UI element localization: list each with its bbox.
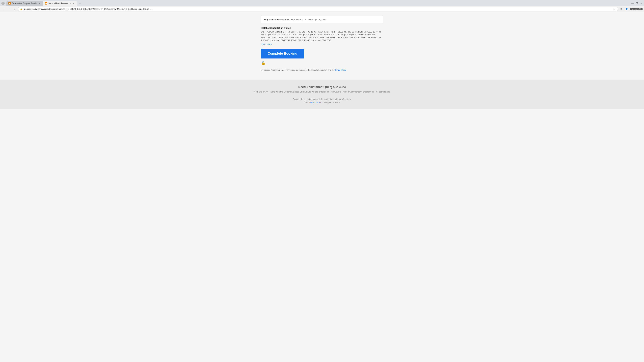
terms-period: .: [347, 69, 348, 71]
address-bar-row: ← → ↻ 🔒 groups.expedia.com/Accept/CheckO…: [0, 6, 644, 12]
stay-dates-end: Mon, Apr 01, 2024: [308, 18, 326, 21]
policy-text: CXL: PENALTY AMOUNT 147.64 Cancel by 202…: [261, 31, 383, 42]
bookmark-icon[interactable]: ☆: [612, 7, 616, 11]
forward-button[interactable]: →: [7, 7, 12, 11]
tabs-row: Reservation Request Details ✕ Secure Hot…: [6, 1, 630, 6]
new-tab-button[interactable]: +: [78, 1, 82, 6]
stay-dates-box: Stay dates look correct? Sun, Mar 03 → M…: [261, 15, 383, 23]
window-controls: — ❐ ✕: [631, 2, 643, 5]
expedia-link[interactable]: Expedia, Inc.: [310, 101, 322, 104]
lock-icon-address: 🔒: [20, 8, 23, 10]
address-input-container[interactable]: 🔒 groups.expedia.com/Accept/CheckOut.htm…: [18, 7, 618, 11]
nav-controls: ← → ↻: [1, 7, 17, 11]
tab1-title: Reservation Request Details: [12, 2, 37, 4]
terms-text-paragraph: By clicking "Complete Booking" you agree…: [261, 68, 383, 72]
svg-rect-1: [9, 3, 10, 3]
back-button[interactable]: ←: [1, 7, 6, 11]
maximize-button[interactable]: ❐: [635, 2, 638, 5]
terms-of-use-link[interactable]: terms of use: [335, 69, 346, 71]
browser-right-icons: ⧉ 👤 Incognito (2): [619, 7, 643, 11]
assistance-title: Need Assistance? (817) 402-3223: [3, 85, 641, 89]
complete-booking-button[interactable]: Complete Booking: [261, 49, 304, 58]
tab1-close-button[interactable]: ✕: [38, 2, 41, 5]
stay-dates-label: Stay dates look correct?: [264, 18, 289, 21]
stay-dates-start: Sun, Mar 03: [291, 18, 303, 21]
tab-bar-controls: ▾: [1, 2, 5, 5]
title-bar: ▾ Reservation Request Details ✕ Secure H…: [0, 0, 644, 6]
browser-chrome: ▾ Reservation Request Details ✕ Secure H…: [0, 0, 644, 12]
read-more-link[interactable]: Read more: [261, 43, 272, 45]
profile-button[interactable]: 👤: [624, 7, 629, 11]
copyright-rights: . All rights reserved.: [322, 101, 340, 104]
address-text: groups.expedia.com/Accept/CheckOut.htm?s…: [24, 8, 612, 10]
tab2-title: Secure Hotel Reservation: [48, 2, 71, 4]
page-content: Stay dates look correct? Sun, Mar 03 → M…: [0, 12, 644, 362]
cancellation-section: Hotel's Cancellation Policy CXL: PENALTY…: [261, 27, 383, 45]
svg-rect-3: [46, 3, 46, 3]
tab1-favicon: [8, 2, 11, 4]
assistance-description: We have an A+ Rating with the Better Bus…: [3, 90, 641, 93]
page-footer: Need Assistance? (817) 402-3223 We have …: [0, 80, 644, 109]
tab2-close-button[interactable]: ✕: [72, 2, 75, 5]
tab-back-button[interactable]: ▾: [1, 2, 5, 5]
lock-security-icon: 🔒: [261, 61, 383, 65]
minimize-button[interactable]: —: [631, 2, 634, 5]
window-close-button[interactable]: ✕: [640, 2, 643, 5]
footer-copyright: ©2024 Expedia, Inc. . All rights reserve…: [3, 101, 641, 104]
footer-disclaimer: Expedia, Inc. is not responsible for con…: [3, 98, 641, 100]
tab-reservation-request[interactable]: Reservation Request Details ✕: [6, 1, 43, 6]
address-icons: ☆: [612, 7, 616, 11]
date-arrow-icon: →: [304, 18, 307, 21]
tab-switcher-button[interactable]: ⧉: [619, 7, 624, 11]
terms-text-label: By clicking "Complete Booking" you agree…: [261, 69, 335, 71]
incognito-badge[interactable]: Incognito (2): [630, 8, 643, 10]
main-content-area: Stay dates look correct? Sun, Mar 03 → M…: [258, 12, 386, 80]
cancellation-title: Hotel's Cancellation Policy: [261, 27, 383, 29]
copyright-year: ©2024: [304, 101, 310, 104]
tab-secure-hotel[interactable]: Secure Hotel Reservation ✕: [43, 1, 77, 6]
tab2-favicon: [45, 2, 47, 4]
refresh-button[interactable]: ↻: [12, 7, 17, 11]
